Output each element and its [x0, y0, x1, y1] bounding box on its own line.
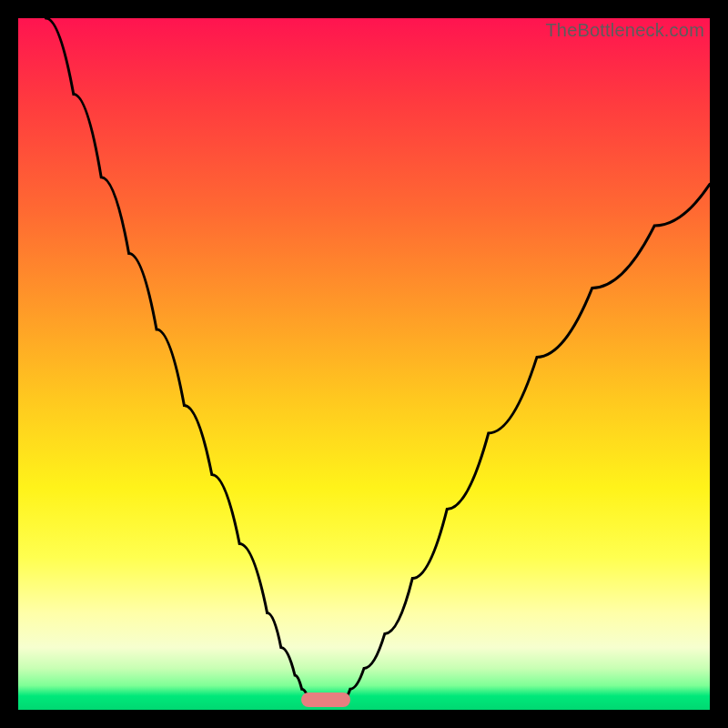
optimal-marker	[301, 693, 350, 707]
bottleneck-curve	[18, 18, 710, 710]
watermark-text: TheBottleneck.com	[545, 20, 704, 41]
chart-frame: TheBottleneck.com	[18, 18, 710, 710]
plot-area: TheBottleneck.com	[18, 18, 710, 710]
